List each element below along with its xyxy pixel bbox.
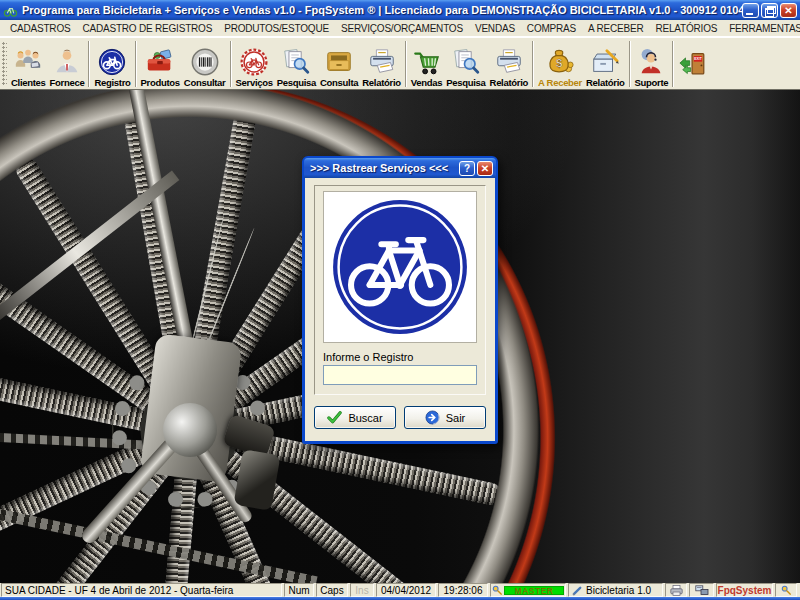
toolbar-label: Fornece [50, 77, 85, 88]
rastrear-servicos-dialog: >>> Rastrear Serviços <<< ? ✕ [302, 156, 498, 444]
toolbar-grip[interactable] [2, 42, 7, 86]
toolbar-label: Consultar [184, 77, 226, 88]
toolbar-label: Relatório [362, 77, 400, 88]
toolbar-a-receber-button[interactable]: $ A Receber [536, 40, 584, 88]
dialog-close-button[interactable]: ✕ [477, 161, 493, 176]
toolbar-label: Relatório [490, 77, 528, 88]
bicycle-sign-image [323, 191, 477, 343]
status-date: 04/04/2012 [376, 583, 436, 597]
dialog-body: Informe o Registro Buscar [305, 178, 495, 440]
menu-relatorios[interactable]: RELATÓRIOS [649, 22, 723, 35]
toolbar-label: Serviços [236, 77, 273, 88]
status-network-panel[interactable] [689, 583, 714, 597]
dialog-buttons: Buscar Sair [314, 406, 486, 429]
toolbar-label: Consulta [320, 77, 358, 88]
buscar-button[interactable]: Buscar [314, 406, 396, 429]
toolbar-separator [135, 41, 137, 87]
services-gear-bicycle-icon [239, 47, 269, 77]
toolbar: Clientes Fornece Registro [0, 37, 800, 90]
sair-button[interactable]: Sair [404, 406, 486, 429]
status-brand: FpqSystem [716, 583, 773, 597]
toolbar-label: A Receber [538, 77, 582, 88]
toolbar-separator [629, 41, 631, 87]
close-button[interactable]: ✕ [780, 3, 797, 18]
sair-label: Sair [446, 412, 466, 424]
wheel-hub [163, 403, 217, 457]
menu-servicos-orcamentos[interactable]: SERVIÇOS/ORÇAMENTOS [335, 22, 469, 35]
network-monitors-icon [695, 585, 709, 596]
menu-cadastro-de-registros[interactable]: CADASTRO DE REGISTROS [76, 22, 218, 35]
menu-produtos-estoque[interactable]: PRODUTOS/ESTOQUE [218, 22, 335, 35]
clients-people-icon [13, 47, 43, 77]
toolbar-registro-button[interactable]: Registro [92, 40, 132, 88]
key-icon [781, 585, 792, 596]
toolbar-pesquisa-vendas-button[interactable]: Pesquisa [444, 40, 487, 88]
toolbar-separator [230, 41, 232, 87]
menu-a-receber[interactable]: A RECEBER [582, 22, 649, 35]
dialog-help-button[interactable]: ? [459, 161, 475, 176]
restore-button[interactable] [761, 3, 778, 18]
toolbar-fornece-button[interactable]: Fornece [48, 40, 87, 88]
toolbar-separator [532, 41, 534, 87]
toolbar-relatorio-servicos-button[interactable]: Relatório [360, 40, 402, 88]
report-cabinet-pencil-icon [590, 47, 620, 77]
toolbar-label: Registro [94, 77, 130, 88]
menu-vendas[interactable]: VENDAS [469, 22, 521, 35]
toolbar-label: Suporte [635, 77, 669, 88]
toolbar-relatorio-vendas-button[interactable]: Relatório [488, 40, 530, 88]
toolbar-vendas-button[interactable]: Vendas [409, 40, 444, 88]
register-bicycle-sign-icon [97, 47, 127, 77]
toolbar-consulta-button[interactable]: Consulta [318, 40, 360, 88]
toolbar-label: Clientes [11, 77, 46, 88]
dialog-group-panel: Informe o Registro [314, 185, 486, 395]
toolbar-clientes-button[interactable]: Clientes [9, 40, 48, 88]
registro-input[interactable] [323, 365, 477, 385]
dialog-title: >>> Rastrear Serviços <<< [310, 162, 457, 174]
toolbar-consultar-button[interactable]: Consultar [182, 40, 228, 88]
dialog-title-bar: >>> Rastrear Serviços <<< ? ✕ [304, 158, 496, 178]
receivables-money-icon: $ [545, 47, 575, 77]
status-insert: Ins [350, 583, 374, 597]
status-app-name: Bicicletaria 1.0 [586, 585, 651, 596]
status-num-lock: Num [284, 583, 314, 597]
arrow-circle-icon [425, 410, 440, 425]
toolbar-relatorio-receber-button[interactable]: Relatório [584, 40, 626, 88]
sales-cart-icon [412, 47, 442, 77]
menu-ferramentas[interactable]: FERRAMENTAS [723, 22, 800, 35]
status-app-panel: Bicicletaria 1.0 [568, 583, 663, 597]
bicycle-sign-icon [331, 198, 469, 336]
status-user-panel: MASTER [490, 583, 566, 597]
toolbar-label: Vendas [411, 77, 442, 88]
money-symbol: $ [556, 57, 563, 69]
menu-compras[interactable]: COMPRAS [521, 22, 582, 35]
title-bar: Programa para Bicicletaria + Serviços e … [0, 0, 800, 20]
pencil-icon [572, 585, 583, 596]
support-agent-icon [636, 47, 666, 77]
toolbar-exit-button[interactable]: EXIT [676, 40, 710, 88]
toolbar-servicos-button[interactable]: Serviços [234, 40, 275, 88]
archive-drawer-icon [324, 47, 354, 77]
client-area-photo: >>> Rastrear Serviços <<< ? ✕ [0, 90, 800, 583]
buscar-label: Buscar [348, 412, 382, 424]
toolbar-label: Pesquisa [446, 77, 485, 88]
toolbar-suporte-button[interactable]: Suporte [633, 40, 671, 88]
minimize-button[interactable] [742, 3, 759, 18]
toolbar-separator [405, 41, 407, 87]
status-time: 19:28:06 [438, 583, 488, 597]
toolbar-produtos-button[interactable]: Produtos [139, 40, 182, 88]
status-caps-lock: Caps [316, 583, 348, 597]
toolbar-separator [88, 41, 90, 87]
toolbar-label: Pesquisa [277, 77, 316, 88]
status-bar: SUA CIDADE - UF 4 de Abril de 2012 - Qua… [0, 583, 800, 597]
report-printer-icon [367, 47, 397, 77]
toolbar-pesquisa-servicos-button[interactable]: Pesquisa [275, 40, 318, 88]
menu-cadastros[interactable]: CADASTROS [4, 22, 76, 35]
toolbar-label: Relatório [586, 77, 624, 88]
window-title: Programa para Bicicletaria + Serviços e … [22, 4, 742, 16]
products-toolbox-icon [145, 47, 175, 77]
menu-bar: CADASTROS CADASTRO DE REGISTROS PRODUTOS… [0, 20, 800, 37]
check-icon [327, 410, 342, 425]
status-key-panel[interactable] [775, 583, 797, 597]
exit-sign-text: EXIT [695, 57, 703, 61]
status-printer-panel[interactable] [665, 583, 687, 597]
